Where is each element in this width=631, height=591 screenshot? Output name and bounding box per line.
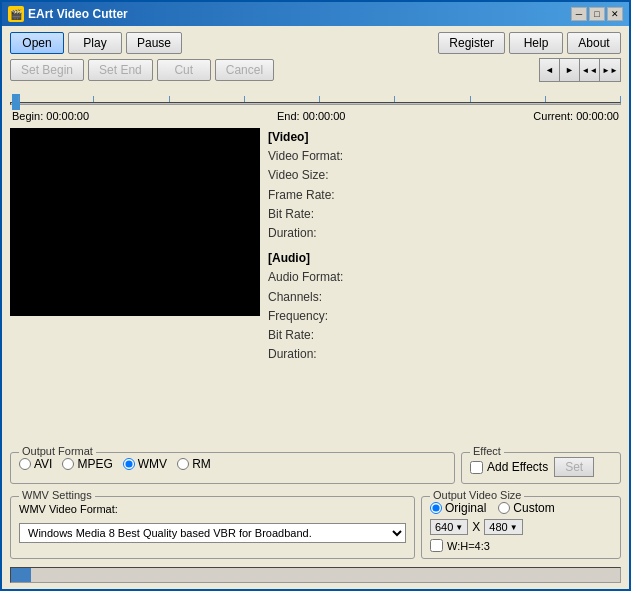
avi-radio-label[interactable]: AVI (19, 457, 52, 471)
width-dropdown-icon[interactable]: ▼ (455, 523, 463, 532)
width-input-box: 640 ▼ (430, 519, 468, 535)
wmv-radio-label[interactable]: WMV (123, 457, 167, 471)
timeline-area: Begin: 00:00:00 End: 00:00:00 Current: 0… (10, 88, 621, 122)
ratio-checkbox[interactable] (430, 539, 443, 552)
maximize-button[interactable]: □ (589, 7, 605, 21)
set-effect-button[interactable]: Set (554, 457, 594, 477)
prev-frame-button[interactable]: ◄ (540, 59, 560, 81)
app-icon: 🎬 (8, 6, 24, 22)
next-key-button[interactable]: ►► (600, 59, 620, 81)
output-video-size-label: Output Video Size (430, 489, 524, 501)
width-value: 640 (435, 521, 453, 533)
channels-row: Channels: (268, 288, 621, 307)
info-panel: [Video] Video Format: Video Size: Frame … (268, 128, 621, 440)
original-radio[interactable] (430, 502, 442, 514)
rm-radio-label[interactable]: RM (177, 457, 211, 471)
set-end-button[interactable]: Set End (88, 59, 153, 81)
second-toolbar: Set Begin Set End Cut Cancel (10, 59, 274, 81)
set-begin-button[interactable]: Set Begin (10, 59, 84, 81)
frame-rate-row: Frame Rate: (268, 186, 621, 205)
register-button[interactable]: Register (438, 32, 505, 54)
toolbar-left: Open Play Pause (10, 32, 182, 54)
custom-radio[interactable] (498, 502, 510, 514)
effect-row: Add Effects Set (470, 457, 612, 477)
wmv-settings-label: WMV Settings (19, 489, 95, 501)
height-input-box: 480 ▼ (484, 519, 522, 535)
add-effects-checkbox[interactable] (470, 461, 483, 474)
mpeg-radio[interactable] (62, 458, 74, 470)
pause-button[interactable]: Pause (126, 32, 182, 54)
cancel-button[interactable]: Cancel (215, 59, 274, 81)
video-duration-row: Duration: (268, 224, 621, 243)
end-time-label: End: 00:00:00 (277, 110, 346, 122)
original-radio-label[interactable]: Original (430, 501, 486, 515)
play-button[interactable]: Play (68, 32, 122, 54)
wmv-radio[interactable] (123, 458, 135, 470)
begin-time-label: Begin: 00:00:00 (12, 110, 89, 122)
next-frame-button[interactable]: ► (560, 59, 580, 81)
wmv-settings-panel: WMV Settings WMV Video Format: Windows M… (10, 496, 415, 559)
ratio-checkbox-label[interactable]: W:H=4:3 (430, 539, 612, 552)
frequency-row: Frequency: (268, 307, 621, 326)
format-radio-group: AVI MPEG WMV RM (19, 457, 446, 471)
add-effects-label[interactable]: Add Effects (470, 460, 548, 474)
timeline-ticks (18, 88, 621, 102)
audio-duration-row: Duration: (268, 345, 621, 364)
progress-bar-container (10, 567, 621, 583)
toolbar-row-1: Open Play Pause Register Help About (10, 32, 621, 54)
progress-bar-fill (11, 568, 31, 582)
titlebar-left: 🎬 EArt Video Cutter (8, 6, 128, 22)
time-labels: Begin: 00:00:00 End: 00:00:00 Current: 0… (10, 110, 621, 122)
video-size-row: Video Size: (268, 166, 621, 185)
video-format-row: Video Format: (268, 147, 621, 166)
close-button[interactable]: ✕ (607, 7, 623, 21)
toolbar-row-2: Set Begin Set End Cut Cancel ◄ ► ◄◄ ►► (10, 58, 621, 82)
cut-button[interactable]: Cut (157, 59, 211, 81)
timeline-slider[interactable] (10, 88, 621, 108)
timeline-track (10, 102, 621, 105)
current-time-label: Current: 00:00:00 (533, 110, 619, 122)
titlebar: 🎬 EArt Video Cutter ─ □ ✕ (2, 2, 629, 26)
rm-radio[interactable] (177, 458, 189, 470)
mpeg-radio-label[interactable]: MPEG (62, 457, 112, 471)
effect-label: Effect (470, 445, 504, 457)
app-title: EArt Video Cutter (28, 7, 128, 21)
wmv-format-select[interactable]: Windows Media 8 Best Quality based VBR f… (19, 523, 406, 543)
main-area: [Video] Video Format: Video Size: Frame … (10, 128, 621, 440)
effect-panel: Effect Add Effects Set (461, 452, 621, 484)
output-format-label: Output Format (19, 445, 96, 457)
bottom-panels-row1: Output Format AVI MPEG WMV (10, 448, 621, 484)
video-preview (10, 128, 260, 316)
nav-buttons: ◄ ► ◄◄ ►► (539, 58, 621, 82)
audio-section-title: [Audio] (268, 249, 621, 268)
wmv-format-label: WMV Video Format: (19, 503, 406, 515)
height-value: 480 (489, 521, 507, 533)
video-section-title: [Video] (268, 128, 621, 147)
titlebar-controls: ─ □ ✕ (571, 7, 623, 21)
main-window: 🎬 EArt Video Cutter ─ □ ✕ Open Play Paus… (0, 0, 631, 591)
x-label: X (472, 520, 480, 534)
content-area: Open Play Pause Register Help About Set … (2, 26, 629, 589)
audio-format-row: Audio Format: (268, 268, 621, 287)
prev-key-button[interactable]: ◄◄ (580, 59, 600, 81)
minimize-button[interactable]: ─ (571, 7, 587, 21)
height-dropdown-icon[interactable]: ▼ (510, 523, 518, 532)
help-button[interactable]: Help (509, 32, 563, 54)
video-bitrate-row: Bit Rate: (268, 205, 621, 224)
bottom-panels-row2: WMV Settings WMV Video Format: Windows M… (10, 492, 621, 559)
avi-radio[interactable] (19, 458, 31, 470)
open-button[interactable]: Open (10, 32, 64, 54)
about-button[interactable]: About (567, 32, 621, 54)
custom-radio-label[interactable]: Custom (498, 501, 554, 515)
audio-bitrate-row: Bit Rate: (268, 326, 621, 345)
size-inputs: 640 ▼ X 480 ▼ (430, 519, 612, 535)
output-format-panel: Output Format AVI MPEG WMV (10, 452, 455, 484)
toolbar-right: Register Help About (438, 32, 621, 54)
size-radios: Original Custom (430, 501, 612, 515)
output-video-size-panel: Output Video Size Original Custom 640 ▼ (421, 496, 621, 559)
